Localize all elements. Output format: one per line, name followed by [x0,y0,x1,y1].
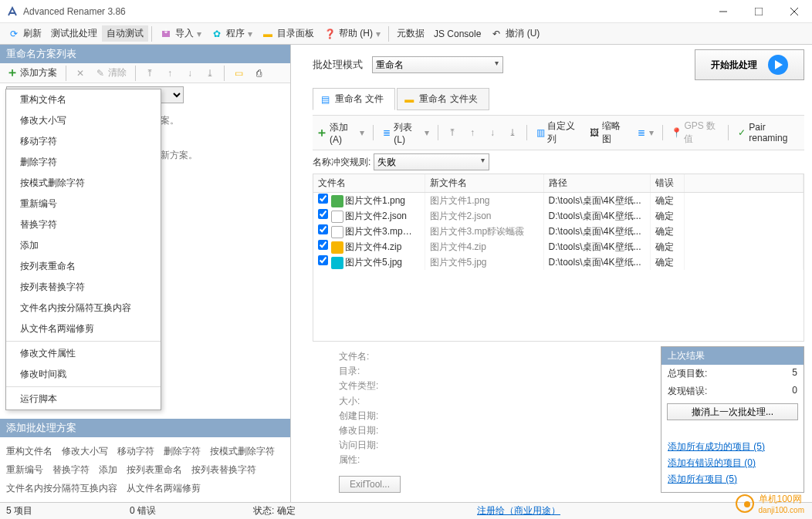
table-row[interactable]: 图片文件5.jpg图片文件5.jpgD:\tools\桌面\4K壁纸...确定 [313,254,804,270]
menu-item[interactable]: 修改时间戳 [6,364,161,385]
menu-item[interactable]: 文件名内按分隔符互换内容 [6,298,161,318]
quick-method-link[interactable]: 按模式删除字符 [210,442,275,460]
custom-columns-button[interactable]: ▥自定义列 [532,118,584,147]
quick-method-link[interactable]: 替换字符 [52,460,90,479]
add-error-link[interactable]: 添加有错误的项目 (0) [668,457,797,470]
quick-method-link[interactable]: 从文件名两端修剪 [127,479,201,497]
menu-item[interactable]: 移动字符 [6,131,161,152]
menu-item[interactable]: 删除字符 [6,152,161,173]
quick-method-link[interactable]: 文件名内按分隔符互换内容 [6,479,117,497]
quick-method-link[interactable]: 按列表替换字符 [191,460,256,479]
svg-rect-1 [755,8,763,15]
undo-batch-button[interactable]: 撤消上一次批处理... [667,403,798,420]
menu-item[interactable]: 重构文件名 [6,89,161,110]
menu-item[interactable]: 按列表替换字符 [6,277,161,298]
gps-button[interactable]: 📍GPS 数值 [667,118,722,147]
add-files-button[interactable]: ＋添加 (A) ▾ [313,120,368,147]
status-errors: 0 错误 [130,504,222,517]
menu-item[interactable]: 替换字符 [6,214,161,235]
folder-icon: ▬ [404,94,414,105]
minimize-button[interactable] [705,0,741,23]
import-button[interactable]: 导入 ▾ [155,25,206,42]
clear-methods-button[interactable]: ✎清除 [91,65,130,81]
test-batch-button[interactable]: 测试批处理 [46,25,102,42]
quick-method-link[interactable]: 修改大小写 [62,442,108,460]
sort-down-button[interactable] [483,126,502,140]
menu-item[interactable]: 重新编号 [6,194,161,214]
refresh-button[interactable]: ⟳刷新 [3,25,46,42]
list-menu-button[interactable]: ≣列表 (L) ▾ [378,120,433,147]
auto-test-button[interactable]: 自动测试 [102,25,148,42]
save-icon: ⎙ [253,68,264,79]
file-type-icon [331,195,343,207]
col-newname[interactable]: 新文件名 [425,174,543,193]
path-cell: D:\tools\桌面\4K壁纸... [543,208,650,224]
row-checkbox[interactable] [318,209,328,219]
col-error[interactable]: 错误 [650,174,684,193]
property-label: 访问日期: [339,438,401,453]
thumbnails-button[interactable]: 🖼缩略图 [586,118,631,147]
register-link[interactable]: 注册给（商业用途） [477,505,560,516]
open-method-button[interactable]: ▭ [229,66,248,80]
start-batch-button[interactable]: 开始批处理 [695,49,804,80]
delete-method-button[interactable]: ✕ [71,66,90,80]
move-top-button[interactable] [140,66,159,80]
path-cell: D:\tools\桌面\4K壁纸... [543,224,650,239]
js-console-button[interactable]: JS Console [429,27,486,41]
sort-up-button[interactable] [463,126,482,140]
add-all-link[interactable]: 添加所有项目 (5) [668,473,797,486]
thumb-size-button[interactable]: ≣▾ [632,126,658,140]
tab-folders[interactable]: ▬重命名 文件夹 [397,88,489,110]
undo-icon: ↶ [490,28,502,40]
batch-mode-select[interactable]: 重命名 [372,56,503,73]
help-button[interactable]: ❓帮助 (H) ▾ [319,25,385,42]
program-button[interactable]: ✿程序 ▾ [206,25,257,42]
add-success-link[interactable]: 添加所有成功的项目 (5) [668,440,797,453]
menu-item[interactable]: 运行脚本 [6,389,161,409]
close-button[interactable] [776,0,812,23]
quick-method-link[interactable]: 添加 [99,460,117,479]
maximize-button[interactable] [741,0,776,23]
file-type-icon [331,257,343,269]
menu-item[interactable]: 按列表重命名 [6,256,161,277]
pair-renaming-toggle[interactable]: ✓Pair renaming [733,120,804,145]
quick-method-link[interactable]: 按列表重命名 [127,460,182,479]
tab-files[interactable]: ▤重命名 文件 [313,88,395,110]
col-filename[interactable]: 文件名 [313,174,425,193]
metadata-button[interactable]: 元数据 [392,25,429,42]
table-row[interactable]: 图片文件1.png图片文件1.pngD:\tools\桌面\4K壁纸...确定 [313,193,804,209]
menu-item[interactable]: 添加 [6,235,161,256]
row-checkbox[interactable] [318,240,328,250]
folders-panel-button[interactable]: ▬目录面板 [257,25,319,42]
move-bottom-button[interactable] [201,66,219,80]
table-row[interactable]: 图片文件4.zip图片文件4.zipD:\tools\桌面\4K壁纸...确定 [313,239,804,254]
table-row[interactable]: 图片文件2.json图片文件2.jsonD:\tools\桌面\4K壁纸...确… [313,208,804,224]
quick-method-link[interactable]: 移动字符 [117,442,154,460]
row-checkbox[interactable] [318,255,328,265]
batch-mode-label: 批处理模式 [313,58,363,72]
property-label: 属性: [339,453,401,467]
table-row[interactable]: 图片文件3.mp馞诶...图片文件3.mp馞诶蠵霺D:\tools\桌面\4K壁… [313,224,804,239]
col-path[interactable]: 路径 [543,174,650,193]
chevron-down-icon: ▾ [360,127,364,138]
quick-method-link[interactable]: 重构文件名 [6,442,52,460]
quick-method-link[interactable]: 重新编号 [6,460,43,479]
sort-bottom-button[interactable] [503,126,522,140]
undo-button[interactable]: ↶撤消 (U) [486,25,544,42]
menu-item[interactable]: 从文件名两端修剪 [6,318,161,339]
menu-item[interactable]: 按模式删除字符 [6,173,161,194]
error-cell: 确定 [650,254,684,270]
folder-open-icon: ▭ [233,68,244,79]
move-down-button[interactable] [181,66,199,80]
conflict-rule-select[interactable]: 失败 [374,153,489,170]
sort-top-button[interactable] [443,126,462,140]
row-checkbox[interactable] [318,224,328,234]
row-checkbox[interactable] [318,194,328,204]
exiftool-button[interactable]: ExifTool... [339,476,401,493]
save-method-button[interactable]: ⎙ [249,66,268,80]
menu-item[interactable]: 修改大小写 [6,110,161,131]
move-up-button[interactable] [161,66,179,80]
add-method-button[interactable]: ＋添加方案 [3,65,61,81]
quick-method-link[interactable]: 删除字符 [164,442,201,460]
menu-item[interactable]: 修改文件属性 [6,343,161,364]
